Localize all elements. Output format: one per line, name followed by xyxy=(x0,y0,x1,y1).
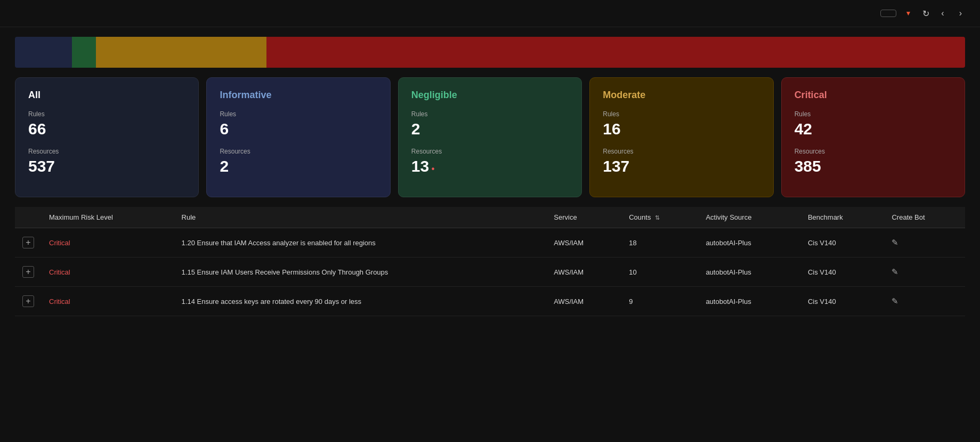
counts-cell: 18 xyxy=(621,228,698,258)
create-bot-button[interactable]: ✎ xyxy=(892,296,898,306)
expand-cell: + xyxy=(15,228,42,258)
card-rules-label-negligible: Rules xyxy=(411,110,569,118)
card-title-negligible: Negligible xyxy=(411,90,569,101)
card-rules-label-all: Rules xyxy=(28,110,185,118)
filter-icon: ▼ xyxy=(905,10,911,17)
card-negligible[interactable]: Negligible Rules 2 Resources 13 xyxy=(398,77,582,197)
expand-button[interactable]: + xyxy=(22,237,34,248)
service-cell: AWS/IAM xyxy=(546,258,621,287)
card-resources-value-all: 537 xyxy=(28,157,185,175)
col-benchmark: Benchmark xyxy=(800,207,885,228)
bar-segment xyxy=(15,37,72,68)
card-moderate[interactable]: Moderate Rules 16 Resources 137 xyxy=(589,77,773,197)
expand-cell: + xyxy=(15,287,42,316)
create-bot-button[interactable]: ✎ xyxy=(892,267,898,277)
counts-value: 9 xyxy=(629,298,633,306)
card-critical[interactable]: Critical Rules 42 Resources 385 xyxy=(781,77,965,197)
card-resources-label-all: Resources xyxy=(28,148,185,155)
card-rules-value-critical: 42 xyxy=(795,120,952,138)
pagination: ‹ › xyxy=(938,7,965,19)
bar-segment xyxy=(72,37,96,68)
activity-source-cell: autobotAI-Plus xyxy=(698,287,800,316)
card-title-all: All xyxy=(28,90,185,101)
col-risk-level: Maximum Risk Level xyxy=(42,207,174,228)
card-rules-value-all: 66 xyxy=(28,120,185,138)
rule-cell: 1.14 Ensure access keys are rotated ever… xyxy=(174,287,547,316)
col-service: Service xyxy=(546,207,621,228)
col-rule: Rule xyxy=(174,207,547,228)
counts-value: 10 xyxy=(629,268,636,276)
table-header-row: Maximum Risk Level Rule Service Counts ⇅… xyxy=(15,207,965,228)
chart-bar-container xyxy=(0,27,980,68)
benchmark-cell: Cis V140 xyxy=(800,258,885,287)
activity-source-cell: autobotAI-Plus xyxy=(698,228,800,258)
benchmark-cell: Cis V140 xyxy=(800,287,885,316)
col-activity-source: Activity Source xyxy=(698,207,800,228)
header: ▼ ↻ ‹ › xyxy=(0,0,980,27)
card-rules-value-informative: 6 xyxy=(220,120,377,138)
card-title-informative: Informative xyxy=(220,90,377,101)
filters-button[interactable]: ▼ xyxy=(905,10,914,17)
rule-cell: 1.15 Ensure IAM Users Receive Permission… xyxy=(174,258,547,287)
table-row: + Critical 1.15 Ensure IAM Users Receive… xyxy=(15,258,965,287)
card-resources-label-critical: Resources xyxy=(795,148,952,155)
col-expand xyxy=(15,207,42,228)
expand-button[interactable]: + xyxy=(22,266,34,278)
prev-page-button[interactable]: ‹ xyxy=(938,7,947,19)
table-row: + Critical 1.14 Ensure access keys are r… xyxy=(15,287,965,316)
card-resources-value-informative: 2 xyxy=(220,157,377,175)
risk-cell: Critical xyxy=(42,287,174,316)
create-bot-cell: ✎ xyxy=(884,258,965,287)
rule-cell: 1.20 Ensure that IAM Access analyzer is … xyxy=(174,228,547,258)
card-resources-value-negligible: 13 xyxy=(411,157,569,175)
col-counts[interactable]: Counts ⇅ xyxy=(621,207,698,228)
compliance-table: Maximum Risk Level Rule Service Counts ⇅… xyxy=(15,207,965,316)
card-informative[interactable]: Informative Rules 6 Resources 2 xyxy=(206,77,390,197)
table-row: + Critical 1.20 Ensure that IAM Access a… xyxy=(15,228,965,258)
card-rules-label-critical: Rules xyxy=(795,110,952,118)
refresh-button[interactable]: ↻ xyxy=(922,9,929,19)
card-resources-label-moderate: Resources xyxy=(603,148,760,155)
risk-cell: Critical xyxy=(42,258,174,287)
risk-badge: Critical xyxy=(49,298,70,306)
expand-cell: + xyxy=(15,258,42,287)
risk-badge: Critical xyxy=(49,239,70,247)
card-rules-label-moderate: Rules xyxy=(603,110,760,118)
bar-segment xyxy=(266,37,965,68)
card-resources-value-critical: 385 xyxy=(795,157,952,175)
risk-badge: Critical xyxy=(49,268,70,276)
card-rules-value-moderate: 16 xyxy=(603,120,760,138)
card-title-critical: Critical xyxy=(795,90,952,101)
card-all[interactable]: All Rules 66 Resources 537 xyxy=(15,77,199,197)
chart-bar xyxy=(15,37,965,68)
next-page-button[interactable]: › xyxy=(956,7,965,19)
sort-icon: ⇅ xyxy=(655,214,660,221)
create-bot-button[interactable]: ✎ xyxy=(892,238,898,247)
card-rules-label-informative: Rules xyxy=(220,110,377,118)
activity-source-cell: autobotAI-Plus xyxy=(698,258,800,287)
table-container: Maximum Risk Level Rule Service Counts ⇅… xyxy=(0,207,980,316)
export-csv-button[interactable] xyxy=(880,10,896,17)
service-cell: AWS/IAM xyxy=(546,287,621,316)
counts-cell: 10 xyxy=(621,258,698,287)
risk-cell: Critical xyxy=(42,228,174,258)
cards-row: All Rules 66 Resources 537 Informative R… xyxy=(0,68,980,207)
card-resources-label-negligible: Resources xyxy=(411,148,569,155)
bar-segment xyxy=(96,37,267,68)
service-cell: AWS/IAM xyxy=(546,228,621,258)
card-resources-value-moderate: 137 xyxy=(603,157,760,175)
col-create-bot: Create Bot xyxy=(884,207,965,228)
counts-value: 18 xyxy=(629,239,636,247)
create-bot-cell: ✎ xyxy=(884,228,965,258)
counts-cell: 9 xyxy=(621,287,698,316)
benchmark-cell: Cis V140 xyxy=(800,228,885,258)
card-resources-label-informative: Resources xyxy=(220,148,377,155)
expand-button[interactable]: + xyxy=(22,295,34,307)
create-bot-cell: ✎ xyxy=(884,287,965,316)
card-title-moderate: Moderate xyxy=(603,90,760,101)
card-rules-value-negligible: 2 xyxy=(411,120,569,138)
header-actions: ▼ ↻ ‹ › xyxy=(880,7,965,19)
